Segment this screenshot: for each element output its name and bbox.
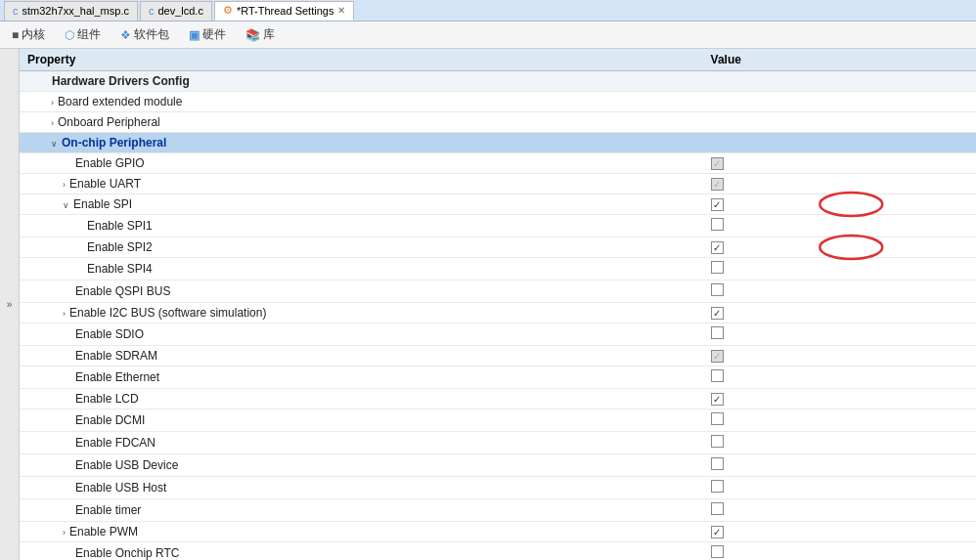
checkbox[interactable] bbox=[711, 369, 724, 382]
toolbar-hardware[interactable]: ▣ 硬件 bbox=[183, 24, 232, 45]
checkbox[interactable] bbox=[711, 198, 724, 211]
property-value bbox=[703, 499, 976, 522]
property-value bbox=[703, 303, 976, 323]
tab-stm32[interactable]: c stm32h7xx_hal_msp.c bbox=[4, 1, 138, 21]
table-row[interactable]: Enable GPIO bbox=[20, 153, 976, 174]
table-row[interactable]: Enable USB Device bbox=[20, 454, 976, 477]
checkbox[interactable] bbox=[711, 241, 724, 254]
table-row[interactable]: Enable Onchip RTC bbox=[20, 542, 976, 561]
property-label: Enable USB Device bbox=[20, 454, 703, 477]
property-label: Enable LCD bbox=[20, 389, 703, 409]
checkbox[interactable] bbox=[711, 283, 724, 296]
checkbox[interactable] bbox=[711, 545, 724, 558]
table-row[interactable]: Enable Ethernet bbox=[20, 366, 976, 389]
property-label: Enable DCMI bbox=[20, 409, 703, 432]
property-label: Enable QSPI BUS bbox=[20, 280, 703, 303]
property-table: Property Value Hardware Drivers Config›B… bbox=[20, 49, 976, 560]
c-file-icon: c bbox=[13, 5, 19, 17]
checkbox[interactable] bbox=[711, 218, 724, 231]
tab-settings-label: *RT-Thread Settings bbox=[237, 5, 333, 17]
table-row[interactable]: ›Board extended module bbox=[20, 92, 976, 112]
tab-stm32-label: stm32h7xx_hal_msp.c bbox=[22, 5, 129, 17]
table-row[interactable]: ›Enable UART bbox=[20, 174, 976, 194]
table-row[interactable]: Enable FDCAN bbox=[20, 432, 976, 454]
table-row[interactable]: Enable SPI4 bbox=[20, 258, 976, 280]
property-label: Enable USB Host bbox=[20, 477, 703, 499]
property-value bbox=[703, 112, 976, 133]
toolbar-component[interactable]: ⬡ 组件 bbox=[59, 24, 107, 45]
checkbox[interactable] bbox=[711, 157, 724, 170]
table-row[interactable]: ›Enable PWM bbox=[20, 522, 976, 542]
table-row[interactable]: ›Enable I2C BUS (software simulation) bbox=[20, 303, 976, 323]
property-value bbox=[703, 133, 976, 153]
table-row[interactable]: Enable USB Host bbox=[20, 477, 976, 499]
property-label: Enable SPI1 bbox=[20, 215, 703, 237]
table-row[interactable]: Enable DCMI bbox=[20, 409, 976, 432]
toolbar-package-label: 软件包 bbox=[134, 26, 169, 43]
property-label: Hardware Drivers Config bbox=[20, 71, 703, 92]
property-value bbox=[703, 522, 976, 542]
toolbar-kernel[interactable]: ■ 内核 bbox=[6, 24, 51, 45]
expand-right-icon[interactable]: › bbox=[63, 180, 66, 190]
property-label: Enable SDIO bbox=[20, 323, 703, 346]
table-row[interactable]: Enable SDIO bbox=[20, 323, 976, 346]
property-value bbox=[703, 389, 976, 409]
property-label: ∨Enable SPI bbox=[20, 194, 703, 215]
property-label: Enable Onchip RTC bbox=[20, 542, 703, 561]
expand-down-icon[interactable]: ∨ bbox=[51, 139, 58, 149]
property-value bbox=[703, 280, 976, 303]
checkbox[interactable] bbox=[711, 307, 724, 320]
checkbox[interactable] bbox=[711, 350, 724, 363]
checkbox[interactable] bbox=[711, 178, 724, 191]
table-row[interactable]: ∨On-chip Peripheral bbox=[20, 133, 976, 153]
table-row[interactable]: Enable SPI2 bbox=[20, 237, 976, 258]
table-row[interactable]: Enable LCD bbox=[20, 389, 976, 409]
checkbox[interactable] bbox=[711, 480, 724, 493]
property-label: Enable SDRAM bbox=[20, 346, 703, 366]
checkbox[interactable] bbox=[711, 393, 724, 406]
checkbox[interactable] bbox=[711, 326, 724, 339]
tab-close-button[interactable]: ✕ bbox=[337, 5, 345, 16]
checkbox[interactable] bbox=[711, 261, 724, 274]
expand-right-icon[interactable]: › bbox=[63, 309, 66, 319]
checkbox[interactable] bbox=[711, 412, 724, 425]
expand-right-icon[interactable]: › bbox=[63, 528, 66, 538]
toolbar-component-label: 组件 bbox=[77, 26, 101, 43]
table-row[interactable]: Enable SDRAM bbox=[20, 346, 976, 366]
toolbar-hardware-label: 硬件 bbox=[202, 26, 226, 43]
property-label: ›Board extended module bbox=[20, 92, 703, 112]
tab-devlcd[interactable]: c dev_lcd.c bbox=[140, 1, 212, 21]
table-row[interactable]: ›Onboard Peripheral bbox=[20, 112, 976, 133]
tab-settings[interactable]: ⚙ *RT-Thread Settings ✕ bbox=[214, 1, 354, 21]
toolbar-lib[interactable]: 📚 库 bbox=[240, 24, 281, 45]
table-header-row: Property Value bbox=[20, 49, 976, 71]
tab-devlcd-label: dev_lcd.c bbox=[157, 5, 202, 17]
property-value bbox=[703, 215, 976, 237]
property-label: Enable GPIO bbox=[20, 153, 703, 174]
toolbar-kernel-label: 内核 bbox=[22, 26, 45, 43]
table-row[interactable]: Hardware Drivers Config bbox=[20, 71, 976, 92]
sidebar-collapse-button[interactable]: » bbox=[0, 49, 20, 560]
table-row[interactable]: Enable SPI1 bbox=[20, 215, 976, 237]
checkbox[interactable] bbox=[711, 502, 724, 515]
title-bar: c stm32h7xx_hal_msp.c c dev_lcd.c ⚙ *RT-… bbox=[0, 0, 976, 22]
property-value bbox=[703, 237, 976, 258]
property-value bbox=[703, 92, 976, 112]
checkbox[interactable] bbox=[711, 435, 724, 448]
property-label: Enable Ethernet bbox=[20, 366, 703, 389]
checkbox[interactable] bbox=[711, 457, 724, 470]
toolbar-package[interactable]: ❖ 软件包 bbox=[114, 24, 175, 45]
property-label: Enable FDCAN bbox=[20, 432, 703, 454]
lib-icon: 📚 bbox=[245, 28, 260, 42]
property-label: ∨On-chip Peripheral bbox=[20, 133, 703, 153]
checkbox[interactable] bbox=[711, 526, 724, 538]
table-row[interactable]: Enable QSPI BUS bbox=[20, 280, 976, 303]
table-row[interactable]: ∨Enable SPI bbox=[20, 194, 976, 215]
property-value bbox=[703, 477, 976, 499]
table-row[interactable]: Enable timer bbox=[20, 499, 976, 522]
expand-down-icon[interactable]: ∨ bbox=[63, 200, 69, 210]
property-value bbox=[703, 71, 976, 92]
property-label: ›Enable PWM bbox=[20, 522, 703, 542]
expand-right-icon[interactable]: › bbox=[51, 98, 54, 108]
expand-right-icon[interactable]: › bbox=[51, 118, 54, 128]
